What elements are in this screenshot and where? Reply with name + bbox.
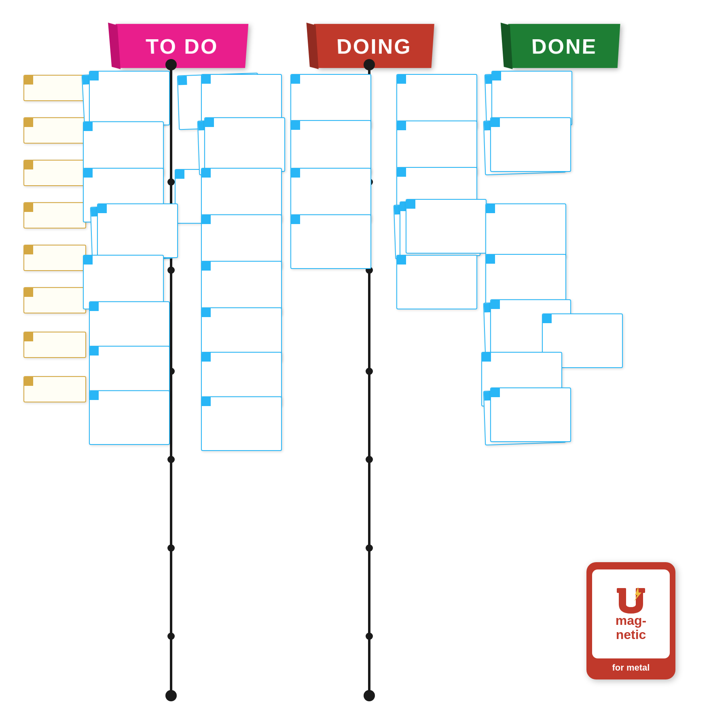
card-tab <box>291 121 300 130</box>
cord-ball-bottom-left <box>165 690 177 701</box>
magnetic-badge-content: mag- netic <box>592 569 670 658</box>
card-tab <box>291 215 300 224</box>
card-tab <box>202 308 211 317</box>
card-tab <box>202 75 211 84</box>
card-tab <box>202 215 211 224</box>
magnetic-footer: for metal <box>612 662 650 679</box>
card-tab <box>24 203 33 212</box>
card-tab <box>24 161 33 169</box>
card-tab <box>202 169 211 178</box>
label-card-2 <box>23 117 86 144</box>
card-tab <box>482 353 491 362</box>
card-tab <box>84 256 93 265</box>
card-tab <box>90 302 99 311</box>
card-tab <box>84 169 93 178</box>
card-tab <box>98 204 107 213</box>
card-tab <box>486 204 495 213</box>
card-tab <box>491 300 500 309</box>
done-card-5a[interactable] <box>396 255 477 309</box>
todo-label: TO DO <box>145 34 218 58</box>
card-tab <box>24 118 33 127</box>
done-label: DONE <box>531 34 598 58</box>
card-tab <box>202 353 211 362</box>
card-tab <box>291 75 300 84</box>
label-card-3 <box>23 160 86 186</box>
card-tab <box>24 332 33 341</box>
card-tab <box>24 76 33 85</box>
cord-clip-r4 <box>366 456 373 463</box>
card-tab <box>397 168 406 177</box>
todo-card-4b[interactable] <box>97 203 178 258</box>
done-card-4d[interactable] <box>485 203 566 258</box>
todo-card-1b[interactable] <box>89 71 170 125</box>
todo-banner: TO DO <box>116 24 248 68</box>
card-tab <box>205 118 214 127</box>
svg-rect-0 <box>617 588 626 593</box>
done-banner: DONE <box>508 24 620 68</box>
doing-card-2c[interactable] <box>290 120 371 175</box>
card-tab <box>178 76 187 85</box>
card-tab <box>176 170 184 179</box>
label-card-8 <box>23 376 86 402</box>
cord-clip-r5 <box>366 544 373 552</box>
cord-clip-r3 <box>366 368 373 375</box>
card-tab <box>24 288 33 297</box>
card-tab <box>202 262 211 271</box>
cord-clip-r6 <box>366 633 373 640</box>
doing-label: DOING <box>336 34 412 58</box>
card-tab <box>397 256 406 265</box>
todo-card-8a[interactable] <box>89 390 170 445</box>
label-card-6 <box>23 287 86 313</box>
card-tab <box>90 347 99 356</box>
card-tab <box>84 122 93 131</box>
doing-card-4b[interactable] <box>290 214 371 269</box>
card-tab <box>543 314 552 323</box>
cord-ball-bottom-right <box>364 690 375 701</box>
card-tab <box>492 72 501 80</box>
magnetic-badge: mag- netic for metal <box>586 562 675 679</box>
cord-clip-2 <box>167 267 175 274</box>
cord-clip-4 <box>167 456 175 463</box>
cord-clip-6 <box>167 633 175 640</box>
card-tab <box>24 245 33 254</box>
magnet-icon <box>615 586 647 614</box>
label-card-5 <box>23 245 86 271</box>
card-tab <box>486 255 495 264</box>
left-cord <box>170 65 172 696</box>
card-tab <box>406 200 415 209</box>
label-card-4 <box>23 202 86 229</box>
card-tab <box>491 388 500 397</box>
card-tab <box>90 72 99 80</box>
done-card-2c[interactable] <box>490 117 571 172</box>
card-tab <box>397 75 406 84</box>
label-card-7 <box>23 332 86 358</box>
card-tab <box>491 118 500 127</box>
magnetic-text: mag- netic <box>616 614 646 642</box>
cord-ball-top-right <box>364 59 375 70</box>
card-tab <box>291 169 300 178</box>
card-tab <box>24 377 33 386</box>
card-tab <box>202 397 211 406</box>
doing-banner: DOING <box>314 24 434 68</box>
label-card-1 <box>23 75 86 101</box>
cord-clip-1 <box>167 178 175 186</box>
card-tab <box>397 121 406 130</box>
card-tab <box>90 391 99 400</box>
doing-card-2b[interactable] <box>204 117 285 172</box>
cord-clip-5 <box>167 544 175 552</box>
doing-card-8a[interactable] <box>201 396 282 451</box>
extra-card-4[interactable] <box>490 387 571 442</box>
done-card-4c[interactable] <box>406 199 487 254</box>
cord-ball-top-left <box>165 59 177 70</box>
